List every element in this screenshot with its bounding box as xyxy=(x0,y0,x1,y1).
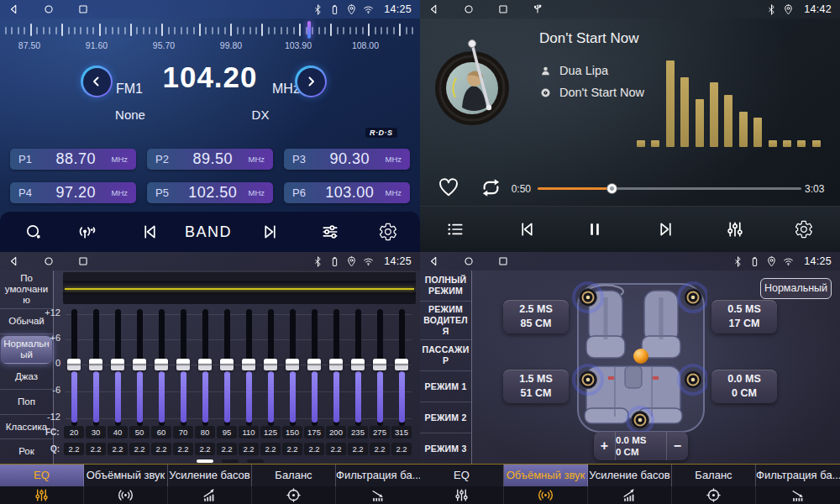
sound-mode-item[interactable]: РЕЖИМ 2 xyxy=(420,402,471,433)
playlist-icon[interactable] xyxy=(446,220,465,239)
eq-band-slider[interactable] xyxy=(67,306,81,428)
next-icon[interactable] xyxy=(261,223,281,242)
recents-icon[interactable] xyxy=(497,3,509,15)
slider-thumb[interactable] xyxy=(111,359,124,370)
pause-icon[interactable] xyxy=(585,220,605,239)
delay-plus-button[interactable]: + xyxy=(594,432,616,460)
eq-preset-item[interactable]: По умолчанию xyxy=(0,270,53,309)
back-icon[interactable] xyxy=(428,3,440,15)
slider-fill xyxy=(181,371,186,423)
eq-band-slider[interactable] xyxy=(133,306,146,428)
preset-button-p2[interactable]: P289.50MHz xyxy=(147,149,273,170)
slider-thumb[interactable] xyxy=(351,359,365,370)
tab-bass[interactable]: Усиление басов xyxy=(168,465,252,504)
home-icon[interactable] xyxy=(463,3,475,15)
sound-mode-item[interactable]: РЕЖИМ ВОДИТЕЛЯ xyxy=(420,302,471,340)
preset-button-p4[interactable]: P497.20MHz xyxy=(10,182,136,203)
eq-band-slider[interactable] xyxy=(89,306,102,428)
slider-thumb[interactable] xyxy=(67,359,81,370)
tune-down-button[interactable] xyxy=(81,66,113,97)
rear-left-delay[interactable]: 1.5 MS 51 CM xyxy=(503,370,569,403)
slider-thumb[interactable] xyxy=(373,359,386,370)
eq-band-slider[interactable] xyxy=(395,306,408,428)
next-icon[interactable] xyxy=(657,220,676,239)
delay-minus-button[interactable]: − xyxy=(666,432,688,460)
frequency-display: 104.20 xyxy=(151,60,269,94)
gear-icon[interactable] xyxy=(795,220,814,239)
nav-buttons xyxy=(428,255,509,267)
sliders-vertical-icon[interactable] xyxy=(726,220,745,239)
progress-bar[interactable] xyxy=(538,187,801,190)
sound-mode-item[interactable]: РЕЖИМ 1 xyxy=(420,371,471,402)
tuner-ruler[interactable]: 87.5091.6095.7099.80103.90108.00 xyxy=(0,20,420,54)
sliders-horizontal-icon[interactable] xyxy=(321,223,340,242)
slider-thumb[interactable] xyxy=(133,359,146,370)
eq-band-slider[interactable] xyxy=(351,306,365,428)
previous-icon[interactable] xyxy=(517,220,537,239)
slider-thumb[interactable] xyxy=(264,359,277,370)
recents-icon[interactable] xyxy=(77,3,89,15)
tab-balance[interactable]: Баланс xyxy=(672,465,756,504)
eq-band-slider[interactable] xyxy=(111,306,124,428)
front-right-delay[interactable]: 0.5 MS 17 CM xyxy=(711,300,777,333)
back-icon[interactable] xyxy=(8,3,20,15)
slider-thumb[interactable] xyxy=(176,359,190,370)
recents-icon[interactable] xyxy=(497,255,509,267)
eq-band-slider[interactable] xyxy=(307,306,321,428)
slider-thumb[interactable] xyxy=(329,359,343,370)
recents-icon[interactable] xyxy=(77,255,89,267)
tab-bass[interactable]: Усиление басов xyxy=(588,465,672,504)
home-icon[interactable] xyxy=(43,255,55,267)
tab-eq[interactable]: EQ xyxy=(420,465,504,504)
eq-band-slider[interactable] xyxy=(286,306,299,428)
home-icon[interactable] xyxy=(43,3,55,15)
eq-band-slider[interactable] xyxy=(373,306,386,428)
slider-thumb[interactable] xyxy=(220,359,234,370)
sound-mode-item[interactable]: РЕЖИМ 3 xyxy=(420,433,471,464)
search-icon[interactable] xyxy=(24,223,44,242)
eq-band-slider[interactable] xyxy=(155,306,168,428)
slider-thumb[interactable] xyxy=(286,359,299,370)
preset-frequency: 88.70 xyxy=(40,150,111,168)
sound-mode-item[interactable]: ПАССАЖИР xyxy=(420,340,471,371)
front-left-delay[interactable]: 2.5 MS 85 CM xyxy=(503,300,569,333)
tab-filter[interactable]: Фильтрация ба... xyxy=(756,465,840,504)
preset-button-p6[interactable]: P6103.00MHz xyxy=(284,182,410,203)
profile-button[interactable]: Нормальный xyxy=(760,278,832,299)
tab-surround[interactable]: Объёмный звук xyxy=(504,465,588,504)
previous-icon[interactable] xyxy=(140,223,160,242)
sound-mode-item[interactable]: ПОЛНЫЙ РЕЖИМ xyxy=(420,270,471,302)
tune-up-button[interactable] xyxy=(295,66,327,97)
eq-band-slider[interactable] xyxy=(220,306,234,428)
slider-thumb[interactable] xyxy=(307,359,321,370)
eq-band-slider[interactable] xyxy=(329,306,343,428)
favorite-heart-icon[interactable] xyxy=(437,176,460,199)
listener-position-dot[interactable] xyxy=(633,349,648,364)
slider-thumb[interactable] xyxy=(89,359,102,370)
tab-surround[interactable]: Объёмный звук xyxy=(84,465,168,504)
preset-button-p5[interactable]: P5102.50MHz xyxy=(147,182,273,203)
slider-thumb[interactable] xyxy=(198,359,212,370)
radio-waves-icon[interactable] xyxy=(77,223,97,242)
back-icon[interactable] xyxy=(8,255,20,267)
tab-balance[interactable]: Баланс xyxy=(252,465,336,504)
slider-thumb[interactable] xyxy=(242,359,255,370)
tab-eq[interactable]: EQ xyxy=(0,465,84,504)
bluetooth-icon xyxy=(766,4,777,15)
progress-knob[interactable] xyxy=(606,183,617,194)
eq-band-slider[interactable] xyxy=(264,306,277,428)
band-button[interactable]: BAND xyxy=(185,223,232,241)
eq-band-slider[interactable] xyxy=(242,306,255,428)
eq-band-slider[interactable] xyxy=(176,306,190,428)
tab-filter[interactable]: Фильтрация ба... xyxy=(336,465,420,504)
slider-thumb[interactable] xyxy=(395,359,408,370)
slider-thumb[interactable] xyxy=(155,359,168,370)
home-icon[interactable] xyxy=(463,255,475,267)
eq-band-slider[interactable] xyxy=(198,306,212,428)
back-icon[interactable] xyxy=(428,255,440,267)
rear-right-delay[interactable]: 0.0 MS 0 CM xyxy=(711,370,777,403)
eq-preset-item[interactable]: Рок xyxy=(0,439,53,464)
preset-button-p1[interactable]: P188.70MHz xyxy=(10,149,136,170)
gear-icon[interactable] xyxy=(379,223,398,242)
preset-button-p3[interactable]: P390.30MHz xyxy=(284,149,410,170)
